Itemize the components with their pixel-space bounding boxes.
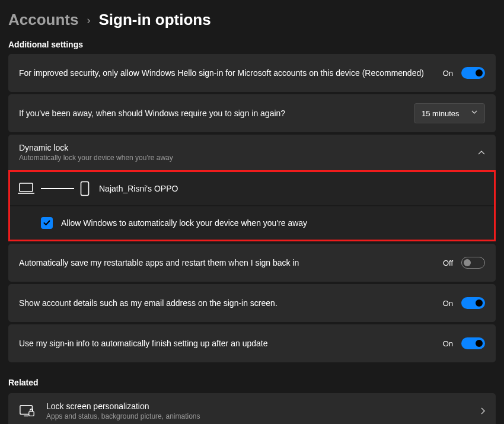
breadcrumb: Accounts › Sign-in options <box>8 11 496 29</box>
section-additional-label: Additional settings <box>8 40 496 49</box>
chevron-down-icon <box>471 110 477 116</box>
chevron-right-icon <box>481 407 485 415</box>
row-lock-screen-personalization[interactable]: Lock screen personalization Apps and sta… <box>8 393 496 424</box>
laptop-icon <box>17 182 35 195</box>
toggle-finish-setup[interactable] <box>461 337 485 349</box>
row-account-details: Show account details such as my email ad… <box>8 284 496 322</box>
svg-rect-0 <box>20 183 33 192</box>
page-title: Sign-in options <box>98 11 210 29</box>
dropdown-require-signin-value: 15 minutes <box>422 109 460 118</box>
row-account-details-state: On <box>443 299 453 308</box>
chevron-up-icon <box>478 151 485 155</box>
row-windows-hello-title: For improved security, only allow Window… <box>19 68 443 78</box>
svg-rect-5 <box>29 412 34 416</box>
svg-rect-2 <box>81 182 89 196</box>
toggle-windows-hello[interactable] <box>461 67 485 79</box>
toggle-restart-apps[interactable] <box>461 257 485 269</box>
phone-icon <box>80 181 90 196</box>
row-dynamic-lock[interactable]: Dynamic lock Automatically lock your dev… <box>8 135 496 170</box>
breadcrumb-parent[interactable]: Accounts <box>8 11 78 29</box>
checkbox-dynamic-lock[interactable] <box>41 217 53 229</box>
row-require-signin: If you've been away, when should Windows… <box>8 94 496 132</box>
row-restart-apps: Automatically save my restartable apps a… <box>8 244 496 282</box>
dynamic-lock-device-row: Najath_Risni's OPPO <box>10 172 494 205</box>
row-finish-setup-title: Use my sign-in info to automatically fin… <box>19 339 443 348</box>
dynamic-lock-checkbox-row: Allow Windows to automatically lock your… <box>10 206 494 240</box>
connection-line-icon <box>41 188 74 189</box>
dynamic-lock-highlight: Najath_Risni's OPPO Allow Windows to aut… <box>8 170 496 241</box>
row-account-details-title: Show account details such as my email ad… <box>19 298 443 308</box>
row-dynamic-lock-title: Dynamic lock <box>19 143 478 152</box>
row-restart-apps-title: Automatically save my restartable apps a… <box>19 258 443 267</box>
row-finish-setup: Use my sign-in info to automatically fin… <box>8 324 496 362</box>
row-windows-hello-state: On <box>443 69 453 78</box>
toggle-account-details[interactable] <box>461 297 485 309</box>
dropdown-require-signin[interactable]: 15 minutes <box>414 103 485 123</box>
row-restart-apps-state: Off <box>443 259 453 267</box>
row-finish-setup-state: On <box>443 339 453 348</box>
chevron-right-icon: › <box>87 14 90 27</box>
row-dynamic-lock-sub: Automatically lock your device when you'… <box>19 154 478 162</box>
row-require-signin-title: If you've been away, when should Windows… <box>19 109 414 118</box>
section-related-label: Related <box>8 378 496 387</box>
row-windows-hello: For improved security, only allow Window… <box>8 54 496 92</box>
lock-screen-title: Lock screen personalization <box>46 401 470 411</box>
lock-screen-sub: Apps and status, background picture, ani… <box>46 412 470 420</box>
paired-device-name: Najath_Risni's OPPO <box>99 184 178 193</box>
monitor-lock-icon <box>19 404 36 418</box>
checkbox-dynamic-lock-label: Allow Windows to automatically lock your… <box>61 218 307 228</box>
